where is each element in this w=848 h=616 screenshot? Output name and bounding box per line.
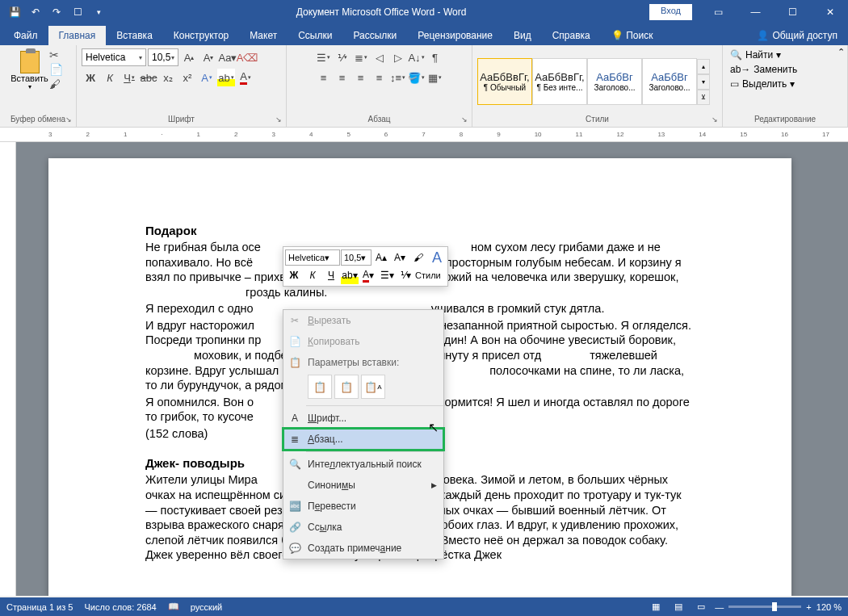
styles-up-icon[interactable]: ▴ xyxy=(697,59,710,74)
change-case-icon[interactable]: Aa▾ xyxy=(219,48,237,66)
align-left-icon[interactable]: ≡ xyxy=(315,69,333,86)
mini-numbering-icon[interactable]: ⅟▾ xyxy=(397,266,414,284)
mini-bold-button[interactable]: Ж xyxy=(285,266,303,284)
align-right-icon[interactable]: ≡ xyxy=(352,69,370,86)
clipboard-launcher-icon[interactable]: ↘ xyxy=(63,114,74,125)
shrink-font-icon[interactable]: A▾ xyxy=(199,48,217,66)
mini-font-color-icon[interactable]: A▾ xyxy=(359,266,377,284)
style-heading2[interactable]: АаБбВгЗаголово... xyxy=(642,58,697,105)
horizontal-ruler[interactable]: 321·1234567891011121314151617 xyxy=(0,128,848,142)
mini-italic-button[interactable]: К xyxy=(304,266,321,284)
cm-link[interactable]: 🔗Ссылка xyxy=(283,517,443,538)
tab-mailings[interactable]: Рассылки xyxy=(342,26,407,45)
touch-mode-icon[interactable]: ☐ xyxy=(69,4,86,20)
collapse-ribbon-icon[interactable]: ⌃ xyxy=(838,47,845,57)
show-marks-icon[interactable]: ¶ xyxy=(426,48,444,66)
paragraph-launcher-icon[interactable]: ↘ xyxy=(459,114,470,125)
underline-button[interactable]: Ч xyxy=(120,69,138,86)
undo-icon[interactable]: ↶ xyxy=(27,4,44,20)
close-icon[interactable]: ✕ xyxy=(812,0,848,24)
style-normal[interactable]: АаБбВвГг,¶ Обычный xyxy=(477,58,532,105)
multilevel-icon[interactable]: ≣ xyxy=(352,48,370,66)
tab-help[interactable]: Справка xyxy=(542,26,601,45)
cm-synonyms[interactable]: Синонимы▶ xyxy=(283,475,443,496)
strikethrough-button[interactable]: abc xyxy=(140,69,157,86)
italic-button[interactable]: К xyxy=(101,69,119,86)
tab-insert[interactable]: Вставка xyxy=(106,26,163,45)
login-button[interactable]: Вход xyxy=(649,4,692,20)
mini-shrink-font-icon[interactable]: A▾ xyxy=(391,249,409,266)
style-heading1[interactable]: АаБбВгЗаголово... xyxy=(587,58,642,105)
status-spellcheck-icon[interactable]: 📖 xyxy=(168,601,179,612)
select-button[interactable]: ▭ Выделить ▾ xyxy=(728,78,797,90)
paste-keep-source-icon[interactable]: 📋 xyxy=(308,375,332,399)
replace-button[interactable]: ab→ Заменить xyxy=(728,63,800,76)
tab-references[interactable]: Ссылки xyxy=(288,26,342,45)
borders-icon[interactable]: ▦ xyxy=(426,69,444,86)
line-spacing-icon[interactable]: ↕≡ xyxy=(389,69,407,86)
mini-bullets-icon[interactable]: ☰▾ xyxy=(378,266,396,284)
mini-size-combo[interactable]: 10,5 ▾ xyxy=(341,249,372,266)
maximize-icon[interactable]: ☐ xyxy=(775,0,811,24)
copy-icon[interactable]: 📄 xyxy=(49,63,63,76)
font-name-combo[interactable]: Helvetica▾ xyxy=(82,48,146,66)
font-launcher-icon[interactable]: ↘ xyxy=(273,114,284,125)
mini-styles-button[interactable]: Стили xyxy=(415,266,441,284)
cm-new-comment[interactable]: 💬Создать примечание xyxy=(283,538,443,559)
minimize-icon[interactable]: — xyxy=(737,0,774,24)
align-center-icon[interactable]: ≡ xyxy=(334,69,351,86)
paste-button[interactable]: Вставить ▾ xyxy=(14,48,46,93)
clear-formatting-icon[interactable]: A⌫ xyxy=(238,48,256,66)
save-icon[interactable]: 💾 xyxy=(6,4,23,20)
shading-icon[interactable]: 🪣 xyxy=(408,69,426,86)
cm-smart-lookup[interactable]: 🔍Интеллектуальный поиск xyxy=(283,454,443,475)
highlight-icon[interactable]: ab xyxy=(217,69,235,86)
justify-icon[interactable]: ≡ xyxy=(371,69,388,86)
sort-icon[interactable]: A↓ xyxy=(408,48,426,66)
find-button[interactable]: 🔍 Найти ▾ xyxy=(728,48,783,61)
cm-paragraph[interactable]: ≣Абзац... xyxy=(283,429,443,450)
styles-down-icon[interactable]: ▾ xyxy=(697,74,710,90)
styles-launcher-icon[interactable]: ↘ xyxy=(709,114,720,125)
zoom-level[interactable]: 120 % xyxy=(817,602,842,612)
tab-design[interactable]: Конструктор xyxy=(163,26,239,45)
superscript-button[interactable]: x² xyxy=(178,69,196,86)
zoom-out-button[interactable]: — xyxy=(715,602,724,612)
format-painter-icon[interactable]: 🖌 xyxy=(49,78,63,90)
view-print-icon[interactable]: ▤ xyxy=(670,600,687,614)
zoom-in-button[interactable]: + xyxy=(806,602,811,612)
mini-grow-font-icon[interactable]: A▴ xyxy=(372,249,390,266)
view-web-icon[interactable]: ▭ xyxy=(692,600,710,614)
style-no-spacing[interactable]: АаБбВвГг,¶ Без инте... xyxy=(532,58,587,105)
mini-format-painter-icon[interactable]: 🖌 xyxy=(409,249,427,266)
cm-font[interactable]: AШрифт... xyxy=(283,408,443,429)
search-button[interactable]: 💡 Поиск xyxy=(601,26,664,45)
cm-cut[interactable]: ✂Вырезать xyxy=(283,310,443,331)
mini-font-combo[interactable]: Helvetica ▾ xyxy=(285,249,340,266)
subscript-button[interactable]: x₂ xyxy=(159,69,177,86)
cut-icon[interactable]: ✂ xyxy=(49,48,63,61)
paste-text-only-icon[interactable]: 📋A xyxy=(361,375,385,399)
status-language[interactable]: русский xyxy=(191,602,222,612)
share-button[interactable]: 👤 Общий доступ xyxy=(746,26,848,45)
tab-review[interactable]: Рецензирование xyxy=(407,26,503,45)
numbering-icon[interactable]: ⅟ xyxy=(334,48,351,66)
paste-merge-icon[interactable]: 📋 xyxy=(334,375,359,399)
zoom-slider[interactable] xyxy=(728,606,801,608)
cm-translate[interactable]: 🔤Перевести xyxy=(283,496,443,517)
view-read-icon[interactable]: ▦ xyxy=(647,600,665,614)
cm-copy[interactable]: 📄Копировать xyxy=(283,331,443,352)
ribbon-display-icon[interactable]: ▭ xyxy=(700,0,737,24)
tab-layout[interactable]: Макет xyxy=(239,26,288,45)
tab-file[interactable]: Файл xyxy=(3,26,48,45)
tab-view[interactable]: Вид xyxy=(503,26,542,45)
vertical-ruler[interactable] xyxy=(0,142,16,596)
status-word-count[interactable]: Число слов: 2684 xyxy=(84,602,156,612)
tab-home[interactable]: Главная xyxy=(48,26,107,45)
status-page[interactable]: Страница 1 из 5 xyxy=(6,602,73,612)
mini-highlight-icon[interactable]: ab▾ xyxy=(341,266,359,284)
font-color-icon[interactable]: A xyxy=(237,69,254,86)
font-size-combo[interactable]: 10,5▾ xyxy=(148,48,178,66)
bold-button[interactable]: Ж xyxy=(82,69,99,86)
redo-icon[interactable]: ↷ xyxy=(48,4,65,20)
